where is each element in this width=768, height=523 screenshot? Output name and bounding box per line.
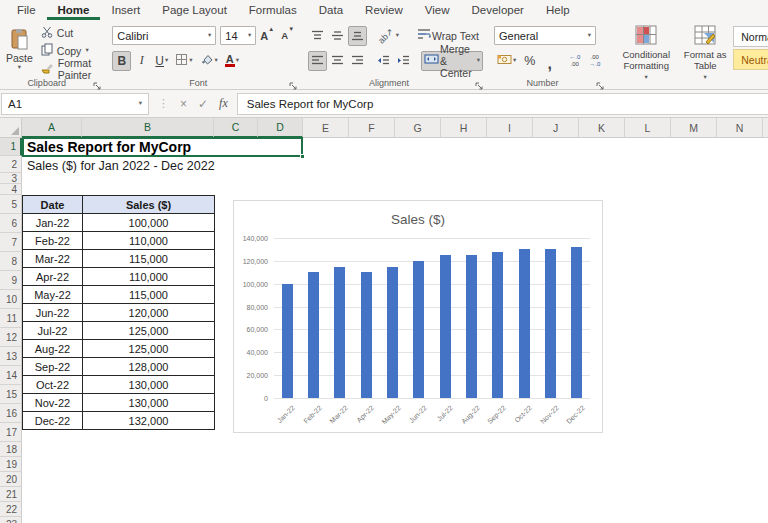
row-header-13[interactable]: 13 [0, 347, 22, 366]
row-header-17[interactable]: 17 [0, 423, 22, 442]
sales-cell[interactable]: 120,000 [83, 304, 215, 322]
align-middle-button[interactable] [328, 26, 347, 46]
row-header-2[interactable]: 2 [0, 156, 22, 173]
column-header-n[interactable]: N [717, 118, 763, 138]
format-painter-button[interactable]: Format Painter [38, 60, 101, 77]
tab-view[interactable]: View [414, 0, 461, 20]
row-header-11[interactable]: 11 [0, 309, 22, 328]
decrease-font-size-button[interactable]: A▼ [278, 26, 297, 46]
increase-decimal-button[interactable]: ←.0.00 [565, 51, 584, 71]
row-header-7[interactable]: 7 [0, 233, 22, 252]
row-header-23[interactable]: 23 [0, 517, 22, 523]
conditional-formatting-button[interactable]: Conditional Formatting ▾ [615, 23, 677, 76]
font-name-combo[interactable]: Calibri▾ [112, 26, 216, 45]
font-color-button[interactable]: A▾ [222, 51, 242, 71]
row-header-20[interactable]: 20 [0, 472, 22, 487]
orientation-button[interactable]: ab↗▾ [374, 26, 402, 46]
fill-color-button[interactable]: ▾ [197, 51, 221, 71]
row-header-18[interactable]: 18 [0, 442, 22, 457]
date-cell[interactable]: Jan-22 [23, 214, 83, 232]
sales-cell[interactable]: 115,000 [83, 286, 215, 304]
table-header-date[interactable]: Date [23, 196, 83, 214]
clipboard-dialog-launcher[interactable] [93, 77, 103, 87]
row-header-21[interactable]: 21 [0, 487, 22, 502]
tab-home[interactable]: Home [47, 0, 101, 20]
column-header-i[interactable]: I [487, 118, 533, 138]
column-header-k[interactable]: K [579, 118, 625, 138]
column-header-f[interactable]: F [349, 118, 395, 138]
select-all-corner[interactable] [0, 118, 22, 138]
tab-review[interactable]: Review [354, 0, 414, 20]
sales-cell[interactable]: 130,000 [83, 376, 215, 394]
formula-bar-drag-handle[interactable]: ⋮ [158, 97, 169, 110]
increase-indent-button[interactable] [394, 51, 413, 71]
percent-style-button[interactable]: % [520, 51, 539, 71]
tab-developer[interactable]: Developer [461, 0, 535, 20]
column-header-h[interactable]: H [441, 118, 487, 138]
date-cell[interactable]: Sep-22 [23, 358, 83, 376]
sales-cell[interactable]: 128,000 [83, 358, 215, 376]
sales-cell[interactable]: 125,000 [83, 322, 215, 340]
date-cell[interactable]: Apr-22 [23, 268, 83, 286]
column-header-e[interactable]: E [303, 118, 349, 138]
row-header-4[interactable]: 4 [0, 184, 22, 195]
cell-style-neutral[interactable]: Neutral [733, 49, 768, 70]
tab-page-layout[interactable]: Page Layout [151, 0, 238, 20]
decrease-decimal-button[interactable]: .00→.0 [585, 51, 604, 71]
row-header-6[interactable]: 6 [0, 214, 22, 233]
date-cell[interactable]: Jun-22 [23, 304, 83, 322]
cell-style-normal[interactable]: Normal [733, 26, 768, 47]
insert-function-button[interactable]: fx [219, 96, 228, 111]
enter-button[interactable]: ✓ [198, 97, 208, 111]
date-cell[interactable]: Dec-22 [23, 412, 83, 430]
row-header-15[interactable]: 15 [0, 385, 22, 404]
cancel-button[interactable]: × [180, 97, 187, 111]
italic-button[interactable]: I [132, 51, 151, 71]
number-dialog-launcher[interactable] [596, 77, 606, 87]
align-top-button[interactable] [308, 26, 327, 46]
row-header-1[interactable]: 1 [0, 138, 22, 156]
date-cell[interactable]: Aug-22 [23, 340, 83, 358]
cut-button[interactable]: Cut [38, 24, 101, 41]
column-header-j[interactable]: J [533, 118, 579, 138]
font-size-combo[interactable]: 14▾ [220, 26, 256, 45]
increase-font-size-button[interactable]: A▲ [257, 26, 277, 46]
fill-handle[interactable] [300, 154, 305, 159]
row-header-22[interactable]: 22 [0, 502, 22, 517]
name-box[interactable]: A1 ▾ [1, 93, 149, 115]
tab-insert[interactable]: Insert [100, 0, 151, 20]
date-cell[interactable]: Nov-22 [23, 394, 83, 412]
accounting-format-button[interactable]: ▾ [494, 51, 519, 71]
align-left-button[interactable] [308, 51, 327, 71]
formula-input[interactable]: Sales Report for MyCorp [237, 93, 768, 115]
comma-style-button[interactable]: , [540, 51, 559, 71]
column-header-g[interactable]: G [395, 118, 441, 138]
align-center-button[interactable] [328, 51, 347, 71]
format-as-table-button[interactable]: Format as Table ▾ [679, 23, 731, 76]
decrease-indent-button[interactable] [374, 51, 393, 71]
alignment-dialog-launcher[interactable] [475, 77, 485, 87]
number-format-combo[interactable]: General▾ [494, 26, 596, 45]
borders-button[interactable]: ▾ [172, 51, 195, 71]
table-header-sales[interactable]: Sales ($) [83, 196, 215, 214]
tab-formulas[interactable]: Formulas [238, 0, 308, 20]
tab-file[interactable]: File [6, 0, 47, 20]
column-header-c[interactable]: C [214, 118, 258, 138]
underline-button[interactable]: U▾ [152, 51, 171, 71]
paste-button[interactable]: Paste ▾ [5, 23, 34, 75]
sales-chart[interactable]: Sales ($) 020,00040,00060,00080,000100,0… [233, 200, 603, 433]
column-header-d[interactable]: D [258, 118, 303, 138]
merge-center-button[interactable]: Merge & Center ▾ [421, 51, 483, 71]
row-header-9[interactable]: 9 [0, 271, 22, 290]
row-header-16[interactable]: 16 [0, 404, 22, 423]
bold-button[interactable]: B [112, 51, 131, 71]
row-header-14[interactable]: 14 [0, 366, 22, 385]
align-right-button[interactable] [348, 51, 367, 71]
tab-data[interactable]: Data [308, 0, 354, 20]
sales-cell[interactable]: 100,000 [83, 214, 215, 232]
sales-cell[interactable]: 110,000 [83, 232, 215, 250]
column-header-l[interactable]: L [625, 118, 671, 138]
sales-cell[interactable]: 110,000 [83, 268, 215, 286]
row-header-12[interactable]: 12 [0, 328, 22, 347]
align-bottom-button[interactable] [348, 26, 367, 46]
